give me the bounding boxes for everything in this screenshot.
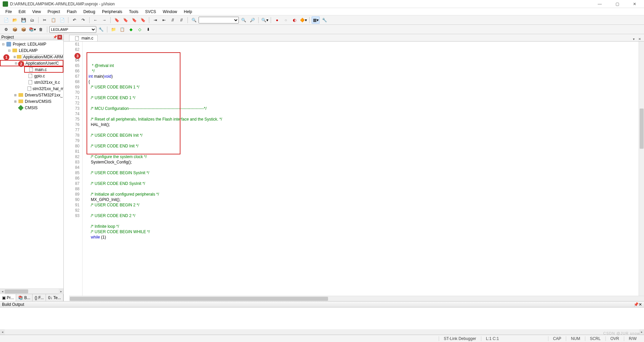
breakpoint-insert-icon[interactable]: ●: [273, 16, 281, 24]
tree-file-hal[interactable]: stm32f1xx_hal_m: [24, 85, 63, 92]
scroll-right-icon[interactable]: ▸: [639, 329, 644, 335]
comment-icon[interactable]: //: [169, 16, 177, 24]
load-icon[interactable]: ⬇: [144, 26, 152, 33]
pack-installer-icon[interactable]: ◇: [136, 26, 144, 33]
nav-back-icon[interactable]: ←: [92, 16, 100, 24]
scroll-right-icon[interactable]: ▸: [59, 289, 63, 294]
menu-view[interactable]: View: [29, 9, 44, 15]
menu-peripherals[interactable]: Peripherals: [99, 9, 126, 15]
scroll-thumb[interactable]: [640, 109, 644, 149]
batch-build-icon[interactable]: 📚▾: [28, 26, 36, 33]
redo-icon[interactable]: ↷: [79, 16, 87, 24]
find-in-files-icon[interactable]: 🔍: [190, 16, 198, 24]
panel-close-icon[interactable]: ✕: [57, 35, 62, 40]
save-icon[interactable]: 💾: [19, 16, 28, 24]
tab-templates[interactable]: 0↓Te...: [46, 294, 63, 301]
tree-file-it[interactable]: stm32f1xx_it.c: [24, 79, 63, 85]
scroll-thumb[interactable]: [5, 289, 28, 293]
paste-icon[interactable]: 📄: [58, 16, 66, 24]
expand-icon[interactable]: ⊟: [14, 62, 18, 65]
tree-root[interactable]: ⊟ Project: LEDLAMP: [0, 41, 63, 47]
tree-group-cmsis[interactable]: ⊞ CMSIS: [0, 105, 63, 111]
menu-svcs[interactable]: SVCS: [142, 9, 160, 15]
manage-icon[interactable]: 📋: [118, 26, 126, 33]
stop-build-icon[interactable]: 🗑: [37, 26, 45, 33]
incremental-find-icon[interactable]: 🔎: [248, 16, 256, 24]
tab-books[interactable]: 📚B...: [16, 294, 33, 301]
window-layout-icon[interactable]: ▦▾: [312, 16, 320, 24]
expand-icon[interactable]: ⊟: [1, 43, 5, 46]
menu-flash[interactable]: Flash: [63, 9, 80, 15]
undo-icon[interactable]: ↶: [70, 16, 78, 24]
menu-edit[interactable]: Edit: [15, 9, 29, 15]
maximize-button[interactable]: ▢: [610, 1, 624, 7]
tree-file-main[interactable]: main.c: [24, 66, 63, 73]
expand-icon[interactable]: ⊞: [13, 93, 17, 97]
menu-tools[interactable]: Tools: [126, 9, 142, 15]
code-editor[interactable]: 6162636465666768697071727374757677787980…: [64, 42, 644, 296]
cut-icon[interactable]: ✂: [41, 16, 49, 24]
uncomment-icon[interactable]: //: [177, 16, 185, 24]
close-button[interactable]: ✕: [628, 1, 641, 7]
expand-icon[interactable]: ⊞: [13, 100, 17, 103]
indent-icon[interactable]: ⇥: [151, 16, 159, 24]
save-all-icon[interactable]: 🗂: [28, 16, 36, 24]
new-file-icon[interactable]: 📄: [2, 16, 10, 24]
target-select[interactable]: LEDLAMP: [49, 26, 96, 33]
panel-pin-icon[interactable]: 📌: [53, 35, 57, 40]
build-icon[interactable]: 📦: [11, 26, 19, 33]
file-tab-main[interactable]: main.c: [69, 35, 98, 41]
minimize-button[interactable]: —: [593, 1, 606, 7]
menu-project[interactable]: Project: [44, 9, 63, 15]
copy-icon[interactable]: 📋: [49, 16, 57, 24]
file-ext-icon[interactable]: 📁: [109, 26, 117, 33]
build-hscroll[interactable]: ◂ ▸: [0, 329, 644, 335]
code-text-area[interactable]: 3 * @retval int */int main(void){ /* USE…: [87, 42, 639, 296]
menu-help[interactable]: Help: [180, 9, 196, 15]
nav-fwd-icon[interactable]: →: [100, 16, 108, 24]
find-combo[interactable]: [199, 17, 239, 23]
tab-project[interactable]: ▣Pr...: [0, 294, 16, 301]
menu-debug[interactable]: Debug: [80, 9, 99, 15]
bookmark-toggle-icon[interactable]: 🔖: [113, 16, 121, 24]
expand-icon[interactable]: ⊞: [13, 55, 16, 59]
unindent-icon[interactable]: ⇤: [160, 16, 168, 24]
tab-dropdown-icon[interactable]: ▾: [631, 37, 636, 41]
tree-group-cmsis-drv[interactable]: ⊞ Drivers/CMSIS: [0, 98, 63, 105]
tree-target[interactable]: ⊟ LEDLAMP: [0, 47, 63, 54]
expand-icon[interactable]: ⊟: [7, 49, 11, 52]
select-pack-icon[interactable]: ◆: [127, 26, 135, 33]
scroll-left-icon[interactable]: ◂: [0, 329, 5, 335]
bookmark-next-icon[interactable]: 🔖: [130, 16, 138, 24]
translate-icon[interactable]: ⚙: [2, 26, 10, 33]
tree-group-user[interactable]: ⊟ Application/User/C: [0, 60, 63, 66]
tree-group-mdkarm[interactable]: ⊞ Application/MDK-ARM: [0, 54, 63, 60]
bookmark-clear-icon[interactable]: 🔖: [139, 16, 147, 24]
breakpoint-kill-icon[interactable]: 🔶▾: [299, 16, 307, 24]
tab-functions[interactable]: {}F...: [33, 294, 46, 301]
project-tree[interactable]: 1 2 ⊟ Project: LEDLAMP ⊟ LEDLAMP ⊞ Appli…: [0, 40, 63, 288]
project-hscroll[interactable]: ◂ ▸: [0, 288, 63, 294]
tab-close-icon[interactable]: ✕: [637, 37, 642, 41]
editor-vscroll[interactable]: [639, 42, 644, 296]
panel-pin-icon[interactable]: 📌: [634, 302, 639, 307]
build-output-body[interactable]: [0, 307, 644, 329]
breakpoint-disable-icon[interactable]: ◐: [290, 16, 299, 24]
debug-start-icon[interactable]: 🔍▾: [261, 16, 269, 24]
scroll-thumb[interactable]: [70, 297, 328, 301]
panel-close-icon[interactable]: ✕: [639, 302, 642, 307]
breakpoint-enable-icon[interactable]: ○: [282, 16, 290, 24]
fold-gutter[interactable]: [83, 42, 87, 296]
tree-file-gpio[interactable]: gpio.c: [24, 73, 63, 79]
menu-window[interactable]: Window: [159, 9, 180, 15]
configure-icon[interactable]: 🔧: [320, 16, 328, 24]
menu-file[interactable]: File: [2, 9, 15, 15]
rebuild-icon[interactable]: 📦: [19, 26, 28, 33]
target-options-icon[interactable]: 🔧: [97, 26, 105, 33]
find-icon[interactable]: 🔍: [239, 16, 248, 24]
scroll-left-icon[interactable]: ◂: [0, 289, 5, 294]
editor-hscroll[interactable]: [69, 296, 644, 301]
tree-group-stm32[interactable]: ⊞ Drivers/STM32F1xx_: [0, 92, 63, 98]
bookmark-prev-icon[interactable]: 🔖: [121, 16, 129, 24]
open-file-icon[interactable]: 📂: [11, 16, 19, 24]
